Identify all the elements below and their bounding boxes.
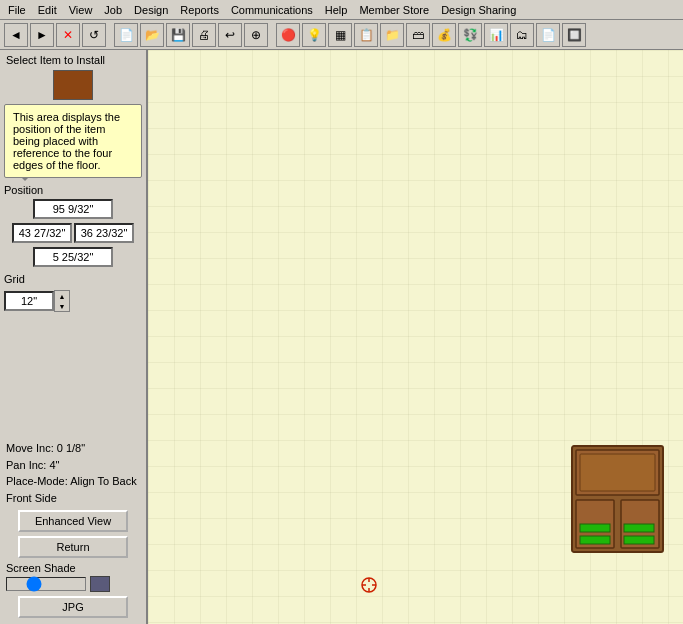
jpg-button[interactable]: JPG bbox=[18, 596, 128, 618]
grid-row: ▲ ▼ bbox=[4, 290, 142, 312]
tooltip-box: This area displays the position of the i… bbox=[4, 104, 142, 178]
menu-file[interactable]: File bbox=[2, 2, 32, 18]
position-center-row bbox=[2, 199, 144, 219]
undo-button[interactable]: ↩ bbox=[218, 23, 242, 47]
crosshair-svg bbox=[360, 576, 378, 594]
tool5-button[interactable]: 📋 bbox=[354, 23, 378, 47]
item-preview bbox=[53, 70, 93, 100]
screen-shade-slider[interactable] bbox=[6, 577, 86, 591]
grid-up-button[interactable]: ▲ bbox=[55, 291, 69, 301]
main-layout: Select Item to Install This area display… bbox=[0, 50, 683, 624]
screen-shade-label: Screen Shade bbox=[6, 562, 140, 574]
toolbar: ◄ ► ✕ ↺ 📄 📂 💾 🖨 ↩ ⊕ 🔴 💡 ▦ 📋 📁 🗃 💰 💱 📊 🗂 … bbox=[0, 20, 683, 50]
enhanced-view-button[interactable]: Enhanced View bbox=[18, 510, 128, 532]
svg-rect-7 bbox=[580, 536, 610, 544]
position-bottom-input[interactable] bbox=[33, 247, 113, 267]
svg-rect-9 bbox=[624, 536, 654, 544]
select-item-label: Select Item to Install bbox=[2, 52, 144, 68]
menu-design-sharing[interactable]: Design Sharing bbox=[435, 2, 522, 18]
menu-member-store[interactable]: Member Store bbox=[353, 2, 435, 18]
tool9-button[interactable]: 💱 bbox=[458, 23, 482, 47]
cabinet-svg bbox=[570, 444, 665, 554]
status-lines: Move Inc: 0 1/8" Pan Inc: 4" Place-Mode:… bbox=[2, 438, 144, 508]
position-bottom-row bbox=[2, 247, 144, 267]
position-left-input[interactable] bbox=[12, 223, 72, 243]
svg-rect-3 bbox=[580, 454, 655, 491]
place-side-label: Front Side bbox=[6, 490, 140, 507]
menubar: File Edit View Job Design Reports Commun… bbox=[0, 0, 683, 20]
grid-input-wrap: ▲ ▼ bbox=[4, 290, 70, 312]
grid-input[interactable] bbox=[4, 291, 54, 311]
grid-label: Grid bbox=[2, 269, 144, 286]
position-center-input[interactable] bbox=[33, 199, 113, 219]
grid-down-button[interactable]: ▼ bbox=[55, 301, 69, 311]
menu-design[interactable]: Design bbox=[128, 2, 174, 18]
canvas-area[interactable] bbox=[148, 50, 683, 624]
pan-inc-label: Pan Inc: 4" bbox=[6, 457, 140, 474]
tool8-button[interactable]: 💰 bbox=[432, 23, 456, 47]
tool12-button[interactable]: 📄 bbox=[536, 23, 560, 47]
open-button[interactable]: 📂 bbox=[140, 23, 164, 47]
refresh-button[interactable]: ↺ bbox=[82, 23, 106, 47]
svg-rect-8 bbox=[624, 524, 654, 532]
menu-help[interactable]: Help bbox=[319, 2, 354, 18]
tool2-button[interactable]: 🔴 bbox=[276, 23, 300, 47]
shade-swatch bbox=[90, 576, 110, 592]
tool1-button[interactable]: ⊕ bbox=[244, 23, 268, 47]
print-button[interactable]: 🖨 bbox=[192, 23, 216, 47]
svg-rect-6 bbox=[580, 524, 610, 532]
menu-job[interactable]: Job bbox=[98, 2, 128, 18]
menu-edit[interactable]: Edit bbox=[32, 2, 63, 18]
tool4-button[interactable]: ▦ bbox=[328, 23, 352, 47]
stop-button[interactable]: ✕ bbox=[56, 23, 80, 47]
tool6-button[interactable]: 📁 bbox=[380, 23, 404, 47]
tool3-button[interactable]: 💡 bbox=[302, 23, 326, 47]
tool10-button[interactable]: 📊 bbox=[484, 23, 508, 47]
menu-view[interactable]: View bbox=[63, 2, 99, 18]
return-button[interactable]: Return bbox=[18, 536, 128, 558]
position-lr-row bbox=[2, 223, 144, 243]
new-button[interactable]: 📄 bbox=[114, 23, 138, 47]
move-inc-label: Move Inc: 0 1/8" bbox=[6, 440, 140, 457]
shade-row bbox=[6, 576, 140, 592]
place-mode-label: Place-Mode: Align To Back bbox=[6, 473, 140, 490]
tooltip-text: This area displays the position of the i… bbox=[13, 111, 120, 171]
position-right-input[interactable] bbox=[74, 223, 134, 243]
tool7-button[interactable]: 🗃 bbox=[406, 23, 430, 47]
grid-spinner[interactable]: ▲ ▼ bbox=[54, 290, 70, 312]
forward-button[interactable]: ► bbox=[30, 23, 54, 47]
save-button[interactable]: 💾 bbox=[166, 23, 190, 47]
tool13-button[interactable]: 🔲 bbox=[562, 23, 586, 47]
tool11-button[interactable]: 🗂 bbox=[510, 23, 534, 47]
menu-reports[interactable]: Reports bbox=[174, 2, 225, 18]
menu-communications[interactable]: Communications bbox=[225, 2, 319, 18]
left-panel: Select Item to Install This area display… bbox=[0, 50, 148, 624]
screen-shade-section: Screen Shade bbox=[2, 560, 144, 594]
back-button[interactable]: ◄ bbox=[4, 23, 28, 47]
